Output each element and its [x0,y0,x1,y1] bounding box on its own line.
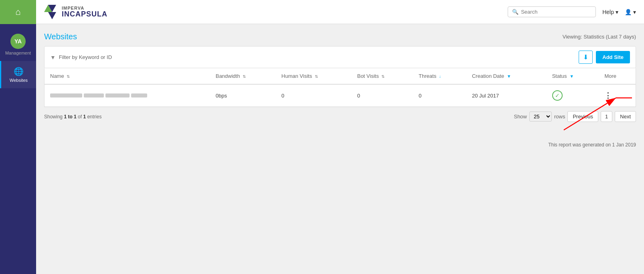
redacted-name [50,93,205,97]
top-navigation: ⌂ IMPERVA INCAPSULA 🔍 Help ▾ [0,0,644,24]
page-number: 1 [601,111,612,122]
rows-label: rows [554,114,565,120]
showing-text: Showing 1 to 1 of 1 entries [44,114,101,120]
row-status: ✓ [547,84,599,107]
logo-text: IMPERVA INCAPSULA [62,6,107,18]
websites-label: Websites [10,78,28,83]
previous-button[interactable]: Previous [567,111,598,122]
table-footer: Showing 1 to 1 of 1 entries Show 25 50 1… [44,111,636,122]
name-sort-icon: ⇅ [67,74,70,79]
status-badge: ✓ [552,90,563,101]
creation-date-filter-icon: ▼ [507,74,511,79]
sidebar-item-websites[interactable]: 🌐 Websites [0,61,36,88]
download-button[interactable]: ⬇ [579,51,593,64]
filter-right: ⬇ Add Site [579,51,630,64]
user-menu-button[interactable]: 👤 ▾ [625,9,636,15]
next-button[interactable]: Next [615,111,636,122]
help-label: Help [602,9,614,15]
redact-4 [131,93,147,97]
filter-placeholder: Filter by Keyword or ID [59,54,112,60]
sidebar: YA Management 🌐 Websites [0,24,36,274]
imperva-label: IMPERVA [62,6,107,10]
human-visits-sort-icon: ⇅ [315,74,318,79]
help-button[interactable]: Help ▾ [602,9,618,15]
incapsula-label: INCAPSULA [62,10,107,18]
row-human-visits: 0 [276,84,352,107]
row-more[interactable]: ⋮ [599,84,636,107]
page-header: Websites Viewing: Statistics (Last 7 day… [44,32,636,41]
row-threats: 0 [413,84,466,107]
row-creation-date: 20 Jul 2017 [466,84,547,107]
col-bandwidth[interactable]: Bandwidth ⇅ [210,68,276,84]
more-dots-icon[interactable]: ⋮ [604,91,612,99]
row-bandwidth: 0bps [210,84,276,107]
table-header-row: Name ⇅ Bandwidth ⇅ Human Visits ⇅ [45,68,636,84]
avatar: YA [10,34,26,49]
top-nav-right: 🔍 Help ▾ 👤 ▾ [508,6,636,17]
threats-sort-icon: ↓ [439,74,441,79]
home-button[interactable]: ⌂ [0,0,36,24]
logo: IMPERVA INCAPSULA [44,5,107,19]
col-name[interactable]: Name ⇅ [45,68,210,84]
col-status[interactable]: Status ▼ [547,68,599,84]
show-rows: Show 25 50 100 rows [514,112,565,122]
redact-1 [50,93,82,97]
row-bot-visits: 0 [352,84,413,107]
home-icon: ⌂ [15,7,20,17]
viewing-label: Viewing: Statistics (Last 7 days) [563,34,636,40]
row-name [45,84,210,107]
logo-icon [44,5,59,19]
filter-icon: ▼ [50,54,56,61]
pagination: Show 25 50 100 rows Previous 1 Next [514,111,636,122]
rows-select[interactable]: 25 50 100 [529,112,552,122]
redact-3 [105,93,130,97]
redact-2 [84,93,104,97]
table-row: 0bps 0 0 0 20 Jul 2017 ✓ ⋮ [45,84,636,107]
col-bot-visits[interactable]: Bot Visits ⇅ [352,68,413,84]
management-label: Management [5,51,31,55]
filter-bar: ▼ Filter by Keyword or ID ⬇ Add Site [44,46,636,68]
bandwidth-sort-icon: ⇅ [243,74,246,79]
user-dropdown-icon: ▾ [633,9,636,15]
svg-marker-1 [48,12,56,19]
bot-visits-sort-icon: ⇅ [381,74,385,79]
websites-table: Name ⇅ Bandwidth ⇅ Human Visits ⇅ [44,68,636,107]
main-content: Websites Viewing: Statistics (Last 7 day… [36,24,644,274]
search-icon: 🔍 [512,9,518,15]
col-threats[interactable]: Threats ↓ [413,68,466,84]
add-site-button[interactable]: Add Site [596,51,630,63]
col-human-visits[interactable]: Human Visits ⇅ [276,68,352,84]
filter-left: ▼ Filter by Keyword or ID [50,54,112,61]
user-icon: 👤 [625,9,632,15]
report-text: This report was generated on 1 Jan 2019 [44,142,636,148]
page-title: Websites [44,32,77,41]
websites-icon: 🌐 [14,67,24,76]
search-box[interactable]: 🔍 [508,6,596,17]
status-filter-icon: ▼ [569,74,574,79]
show-label: Show [514,114,527,120]
col-creation-date[interactable]: Creation Date ▼ [466,68,547,84]
help-dropdown-icon: ▾ [616,9,618,15]
col-more: More [599,68,636,84]
search-input[interactable] [521,9,591,15]
sidebar-item-management[interactable]: YA Management [0,28,36,61]
